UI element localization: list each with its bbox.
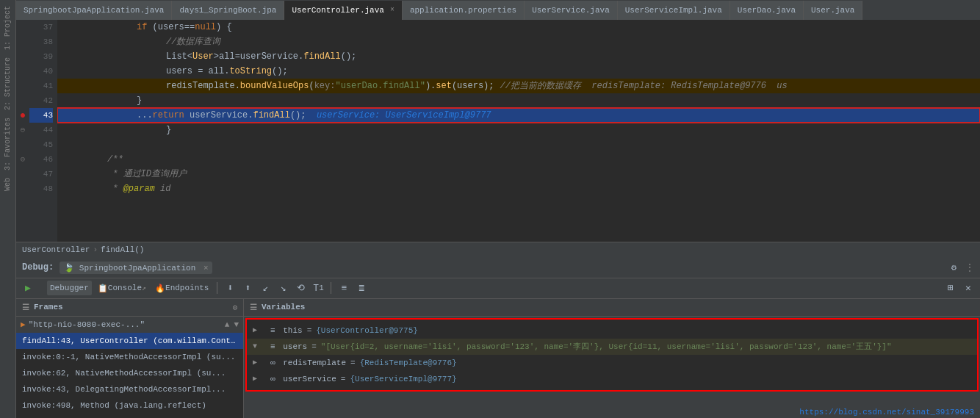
var-redis-arrow[interactable]: ▶: [253, 355, 262, 371]
debug-toolbar: ▶ Debugger 📋Console ↗ 🔥Endpoints ⬇ ⬆ ↙ ↘…: [16, 278, 980, 299]
console-arrow[interactable]: ↗: [142, 284, 146, 292]
frames-settings-icon[interactable]: ⚙: [232, 303, 237, 312]
expand-debugger-button[interactable]: ⊞: [943, 281, 958, 295]
code-line-39: List<User> all= userService . findAll ()…: [57, 49, 980, 64]
tab-application-props[interactable]: application.properties: [403, 1, 525, 20]
close-debugger-button[interactable]: ✕: [961, 281, 976, 295]
tab-label: application.properties: [410, 6, 516, 15]
var-users: ▼ ≡ users = "[User{id=2, username='lisi'…: [247, 339, 977, 355]
frame-item-4[interactable]: invoke:498, Method (java.lang.reflect): [16, 397, 243, 414]
var-this-arrow[interactable]: ▶: [253, 322, 262, 339]
restore-layout-button[interactable]: ≡: [336, 281, 351, 295]
var-redis-icon: ∞: [270, 355, 275, 371]
frames-list: ▶ "http-nio-8080-exec-..." ▲ ▼ findAll:4…: [16, 317, 243, 418]
code-gutter: ● ⊖ ⊖: [16, 20, 29, 242]
code-line-40: users = all. toString ();: [57, 64, 980, 79]
project-panel-button[interactable]: 1: Project: [2, 3, 13, 53]
line-num-41: 41: [29, 79, 53, 93]
line-num-42: 42: [29, 93, 53, 108]
tab-user-service[interactable]: UserService.java: [525, 1, 618, 20]
debug-tab-springboot[interactable]: 🍃 SpringbootJpaApplication ×: [60, 262, 212, 274]
var-userservice: ▶ ∞ userService = {UserServiceImpl@9777}: [247, 371, 977, 387]
tab-springboot-jpa-app[interactable]: SpringbootJpaApplication.java: [16, 1, 172, 20]
structure-panel-button[interactable]: 2: Structure: [2, 54, 13, 113]
toolbar-sep-2: [331, 282, 331, 294]
step-into-button[interactable]: ⬆: [240, 281, 255, 295]
debugger-tab[interactable]: Debugger: [47, 281, 92, 295]
tabs-bar: SpringbootJpaApplication.java days1_Spri…: [16, 0, 980, 20]
flame-icon: 🔥: [155, 284, 165, 293]
line-num-43: 43: [29, 108, 53, 123]
bottom-link[interactable]: https://blog.csdn.net/sinat_39179993: [799, 408, 974, 417]
code-content[interactable]: if ( users == null ) { //数据库查询: [57, 20, 980, 242]
code-line-47: * 通过ID查询用户: [57, 167, 980, 181]
content-area: SpringbootJpaApplication.java days1_Spri…: [16, 0, 980, 418]
tab-user-dao[interactable]: UserDao.java: [730, 1, 804, 20]
var-userservice-arrow[interactable]: ▶: [253, 371, 262, 387]
variables-icon: ☰: [250, 303, 257, 312]
breadcrumb-method: findAll(): [101, 245, 144, 254]
kw-if: if: [137, 20, 147, 35]
line-num-39: 39: [29, 49, 53, 64]
tab-label: SpringbootJpaApplication.java: [24, 6, 164, 15]
console-icon: 📋: [98, 284, 108, 293]
code-line-42: }: [57, 93, 980, 108]
side-strip: 1: Project 2: Structure 3: Favorites Web: [0, 0, 16, 418]
bottom-link-text: https://blog.csdn.net/sinat_39179993: [799, 408, 974, 417]
trace-button[interactable]: T1: [311, 281, 325, 295]
settings-more-icon[interactable]: ⋮: [965, 262, 974, 273]
thread-up-icon[interactable]: ▲: [225, 317, 230, 333]
step-out-button[interactable]: ↙: [258, 281, 273, 295]
code-line-44: }: [57, 123, 980, 137]
code-area: ● ⊖ ⊖ 37 38 39 40 41 42 43 44: [16, 20, 980, 242]
line-num-46: 46: [29, 152, 53, 167]
endpoints-tab[interactable]: 🔥Endpoints: [152, 281, 212, 295]
tab-user-controller[interactable]: UserController.java ×: [284, 1, 402, 20]
thread-down-icon[interactable]: ▼: [234, 317, 239, 333]
console-tab[interactable]: 📋Console ↗: [95, 281, 149, 295]
gutter-40: [16, 64, 29, 79]
debug-app-icon: 🍃: [64, 264, 74, 273]
gear-icon[interactable]: ⚙: [951, 262, 956, 273]
frame-item-0[interactable]: findAll:43, UserController (com.willam.C…: [16, 333, 243, 349]
web-panel-button[interactable]: Web: [2, 175, 13, 194]
step-over-button[interactable]: ⬇: [223, 281, 237, 295]
tab-close-icon[interactable]: ×: [390, 6, 394, 14]
favorites-panel-button[interactable]: 3: Favorites: [2, 115, 13, 173]
code-line-41: redisTemplate . boundValueOps ( key: "us…: [57, 79, 980, 93]
code-line-45: [57, 137, 980, 152]
line-num-37: 37: [29, 20, 53, 35]
tab-label: UserService.java: [532, 6, 610, 15]
line-num-48: 48: [29, 181, 53, 196]
var-users-arrow[interactable]: ▼: [253, 339, 262, 355]
debug-tab-close-icon[interactable]: ×: [203, 264, 209, 273]
line-num-38: 38: [29, 35, 53, 49]
tab-days1[interactable]: days1_SpringBoot.jpa: [172, 1, 284, 20]
debug-app-name: SpringbootJpaApplication: [79, 264, 195, 273]
evaluate-button[interactable]: ⟲: [293, 281, 308, 295]
resume-button[interactable]: ▶: [21, 281, 35, 295]
line-num-40: 40: [29, 64, 53, 79]
var-users-icon: ≡: [270, 339, 275, 355]
var-userservice-icon: ∞: [270, 371, 275, 387]
gutter-45: [16, 137, 29, 152]
debug-panel: Debug: 🍃 SpringbootJpaApplication × ⚙ ⋮ …: [16, 258, 980, 418]
code-editor: ● ⊖ ⊖ 37 38 39 40 41 42 43 44: [16, 20, 980, 258]
frames-panel: ☰ Frames ⚙ ▶ "http-nio-8080-exec-..." ▲ …: [16, 299, 244, 418]
frame-item-3[interactable]: invoke:43, DelegatingMethodAccessorImpl.…: [16, 381, 243, 397]
debug-body: ☰ Frames ⚙ ▶ "http-nio-8080-exec-..." ▲ …: [16, 299, 980, 418]
line-numbers: 37 38 39 40 41 42 43 44 45 46 47 48: [29, 20, 57, 242]
tab-user[interactable]: User.java: [804, 1, 862, 20]
gutter-42: [16, 93, 29, 108]
breadcrumb-bar: UserController › findAll(): [16, 242, 980, 258]
settings-button[interactable]: ≣: [354, 281, 369, 295]
gutter-37: [16, 20, 29, 35]
frame-item-1[interactable]: invoke:0:-1, NativeMethodAccessorImpl (s…: [16, 349, 243, 365]
thread-name: "http-nio-8080-exec-...": [29, 317, 145, 333]
breadcrumb-class: UserController: [22, 245, 90, 254]
run-to-cursor-button[interactable]: ↘: [275, 281, 290, 295]
frame-item-2[interactable]: invoke:62, NativeMethodAccessorImpl (su.…: [16, 365, 243, 381]
code-line-46: /**: [57, 152, 980, 167]
frames-icon: ☰: [22, 303, 29, 312]
tab-user-service-impl[interactable]: UserServiceImpl.java: [618, 1, 730, 20]
